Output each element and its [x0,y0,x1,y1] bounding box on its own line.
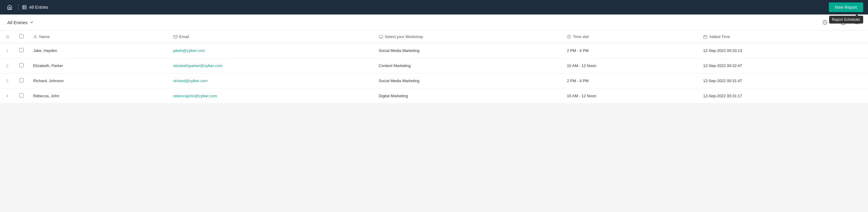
topbar: All Entries New Report Report Scheduler [0,0,868,15]
row-number-cell: 4 [0,88,14,104]
email-cell[interactable]: richard@zylker.com [168,73,374,88]
name-cell: Elizabeth, Parker [28,58,168,73]
history-button[interactable] [821,18,829,27]
workshop-column-label: Select your Workshop [385,34,423,39]
added-time-cell: 12-Sep-2022 00:32:47 [698,58,868,73]
name-cell: Richard, Johnson [28,73,168,88]
email-cell[interactable]: elizabethparker@zylker.com [168,58,374,73]
new-report-container: New Report Report Scheduler [829,2,863,12]
history-icon [822,20,828,25]
new-report-button[interactable]: New Report [829,2,863,12]
timeslot-cell: 10 AM - 12 Noon [562,88,698,104]
timeslot-cell: 2 PM - 4 PM [562,43,698,58]
name-column-header: Name [28,30,168,43]
email-link[interactable]: elizabethparker@zylker.com [173,63,222,68]
email-link[interactable]: richard@zylker.com [173,79,208,83]
row-checkbox-cell[interactable] [14,88,28,104]
timeslot-column-header: Time slot [562,30,698,43]
row-number-cell: 2 [0,58,14,73]
email-column-label: Email [179,34,189,39]
topbar-title: All Entries [22,5,48,10]
topbar-title-text: All Entries [29,5,48,10]
name-cell: Jake, Hayden [28,43,168,58]
select-all-header[interactable] [14,30,28,43]
table-row: 1 Jake, Hayden jakeh@zylker.com Social M… [0,43,868,58]
workshop-cell: Social Media Marketing [374,73,562,88]
home-button[interactable] [5,2,14,12]
row-checkbox-cell[interactable] [14,58,28,73]
added-time-column-label: Added Time [709,34,730,39]
added-time-cell: 12-Sep-2022 00:33:13 [698,43,868,58]
row-number-cell: 3 [0,73,14,88]
added-time-cell: 12-Sep-2022 00:31:47 [698,73,868,88]
svg-rect-20 [704,35,707,39]
svg-rect-15 [379,35,383,37]
subheader-title: All Entries [7,20,28,25]
timeslot-cell: 10 AM - 12 Noon [562,58,698,73]
workshop-cell: Content Marketing [374,58,562,73]
workshop-column-header: Select your Workshop [374,30,562,43]
row-checkbox[interactable] [19,93,24,98]
svg-point-14 [35,35,36,36]
row-checkbox-cell[interactable] [14,43,28,58]
row-checkbox[interactable] [19,78,24,82]
entries-table: Name Email [0,30,868,104]
entries-table-container: Name Email [0,30,868,104]
email-icon [173,35,178,39]
svg-point-18 [567,35,571,39]
chevron-down-icon [30,20,34,24]
workshop-icon [379,35,383,39]
table-row: 2 Elizabeth, Parker elizabethparker@zylk… [0,58,868,73]
row-checkbox[interactable] [19,48,24,52]
added-time-cell: 12-Sep-2022 00:31:17 [698,88,868,104]
added-time-column-header: Added Time [698,30,868,43]
email-cell[interactable]: rebeccajohn@zylker.com [168,88,374,104]
email-cell[interactable]: jakeh@zylker.com [168,43,374,58]
calendar-icon [703,35,707,39]
name-column-label: Name [39,34,50,39]
row-number-cell: 1 [0,43,14,58]
row-checkbox-cell[interactable] [14,73,28,88]
select-all-checkbox[interactable] [19,34,24,38]
workshop-cell: Social Media Marketing [374,43,562,58]
table-row: 3 Richard, Johnson richard@zylker.com So… [0,73,868,88]
report-scheduler-tooltip: Report Scheduler [829,16,863,24]
table-filter-icon [5,34,10,39]
email-link[interactable]: rebeccajohn@zylker.com [173,94,217,98]
table-body: 1 Jake, Hayden jakeh@zylker.com Social M… [0,43,868,104]
timeslot-icon [567,35,571,39]
svg-point-19 [568,36,569,37]
subheader-title-area[interactable]: All Entries [7,20,34,25]
person-icon [33,35,37,39]
svg-rect-0 [23,5,26,9]
workshop-cell: Digital Marketing [374,88,562,104]
timeslot-cell: 2 PM - 4 PM [562,73,698,88]
row-checkbox[interactable] [19,63,24,67]
subheader: All Entries [0,15,868,30]
email-link[interactable]: jakeh@zylker.com [173,48,205,53]
timeslot-column-label: Time slot [573,34,589,39]
name-cell: Rebecca, John [28,88,168,104]
topbar-divider [18,4,19,10]
table-header-row: Name Email [0,30,868,43]
table-row: 4 Rebecca, John rebeccajohn@zylker.com D… [0,88,868,104]
email-column-header: Email [168,30,374,43]
row-number-header [0,30,14,43]
entries-icon [22,5,27,10]
